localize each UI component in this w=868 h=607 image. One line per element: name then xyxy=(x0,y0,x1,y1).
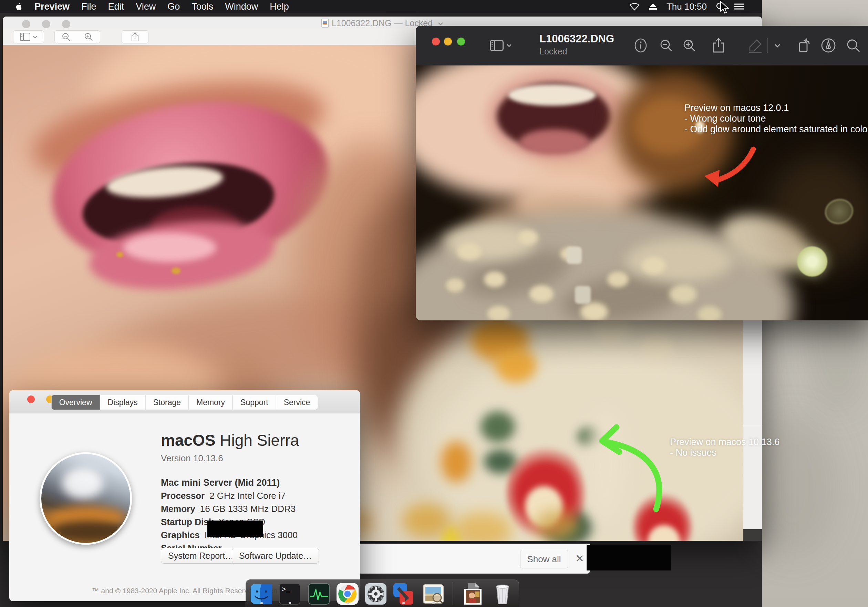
eject-icon[interactable] xyxy=(649,3,657,10)
sidebar-icon[interactable] xyxy=(13,30,44,43)
document-proxy-icon xyxy=(321,19,329,28)
dock-image-file-icon[interactable] xyxy=(462,582,484,605)
menu-go[interactable]: Go xyxy=(167,2,180,12)
menu-window[interactable]: Window xyxy=(225,2,258,12)
markup-pencil-icon[interactable] xyxy=(744,34,766,56)
zoom-out-icon[interactable] xyxy=(54,30,78,43)
window-title: L1006322.DNG xyxy=(539,33,614,45)
close-icon[interactable]: ✕ xyxy=(573,551,587,565)
chevron-down-icon[interactable] xyxy=(770,34,784,56)
high-sierra-wallpaper-thumbnail xyxy=(40,452,132,545)
about-this-mac-window[interactable]: Overview Displays Storage Memory Support… xyxy=(9,390,360,601)
apple-menu-icon[interactable] xyxy=(14,2,22,11)
rotate-icon[interactable] xyxy=(793,34,815,56)
search-icon[interactable] xyxy=(842,34,864,56)
os-version: Version 10.13.6 xyxy=(161,453,299,464)
share-icon[interactable] xyxy=(707,34,730,56)
dock-trash-icon[interactable] xyxy=(491,582,514,605)
about-tabs: Overview Displays Storage Memory Support… xyxy=(51,395,318,410)
menu-view[interactable]: View xyxy=(136,2,156,12)
running-indicator xyxy=(402,602,405,604)
annotation-macos-10-13: Preview on macos 10.13.6 - No issues xyxy=(670,437,780,458)
wifi-icon[interactable] xyxy=(629,2,640,11)
black-panel xyxy=(587,545,671,570)
running-indicator xyxy=(347,602,349,604)
zoom-in-icon[interactable] xyxy=(678,34,700,56)
annotation-macos-12: Preview on macos 12.0.1 - Wrong colour t… xyxy=(684,102,868,135)
menu-tools[interactable]: Tools xyxy=(192,2,213,12)
zoom-out-icon[interactable] xyxy=(655,34,677,56)
toolbar-separator xyxy=(767,38,768,53)
zoom-in-icon[interactable] xyxy=(77,30,100,43)
info-icon[interactable] xyxy=(630,34,652,56)
menu-bar: Preview File Edit View Go Tools Window H… xyxy=(0,0,762,13)
markup-pen-icon[interactable] xyxy=(817,34,839,56)
model-name: Mac mini Server (Mid 2011) xyxy=(161,478,299,488)
titlebar[interactable]: Overview Displays Storage Memory Support… xyxy=(9,390,360,413)
menu-edit[interactable]: Edit xyxy=(108,2,124,12)
tab-displays[interactable]: Displays xyxy=(100,395,146,410)
spec-row: Processor2 GHz Intel Core i7 xyxy=(161,491,299,501)
green-arrow xyxy=(579,420,668,517)
spec-row: Memory16 GB 1333 MHz DDR3 xyxy=(161,504,299,514)
share-icon[interactable] xyxy=(122,30,149,43)
system-report-button[interactable]: System Report… xyxy=(161,548,241,564)
menu-help[interactable]: Help xyxy=(270,2,289,12)
dock-separator xyxy=(453,582,453,605)
sidebar-icon[interactable] xyxy=(490,34,512,56)
show-all-button[interactable]: Show all xyxy=(520,550,568,568)
tab-memory[interactable]: Memory xyxy=(189,395,233,410)
close-button[interactable] xyxy=(432,37,440,45)
tab-storage[interactable]: Storage xyxy=(145,395,189,410)
dock: >_ xyxy=(246,579,519,607)
tab-service[interactable]: Service xyxy=(276,395,318,410)
red-arrow xyxy=(698,143,760,191)
os-name: macOS High Sierra xyxy=(161,431,299,450)
chevron-down-icon[interactable] xyxy=(438,22,443,25)
running-indicator xyxy=(289,602,291,604)
dock-system-preferences-icon[interactable] xyxy=(364,582,387,605)
running-indicator xyxy=(432,602,435,604)
serial-number-redaction xyxy=(207,520,263,537)
desktop: L1006322.DNG — Locked xyxy=(0,0,868,607)
menu-clock[interactable]: Thu 10:50 xyxy=(666,2,707,12)
menu-file[interactable]: File xyxy=(81,2,96,12)
running-indicator xyxy=(260,602,263,604)
software-update-button[interactable]: Software Update… xyxy=(232,548,319,564)
window-status: Locked xyxy=(539,47,567,56)
close-button[interactable] xyxy=(27,396,35,403)
preview-window-macos12[interactable]: L1006322.DNG Locked xyxy=(416,26,868,320)
dock-activity-monitor-icon[interactable] xyxy=(308,582,330,605)
tab-support[interactable]: Support xyxy=(233,395,276,410)
chrome-download-shelf: Show all ✕ xyxy=(360,543,590,574)
photo-child-macos12: Preview on macos 12.0.1 - Wrong colour t… xyxy=(416,65,868,320)
svg-text:>_: >_ xyxy=(282,586,290,593)
notification-list-icon[interactable] xyxy=(734,2,745,11)
zoom-button[interactable] xyxy=(457,37,465,45)
menu-app-name[interactable]: Preview xyxy=(34,2,70,12)
titlebar[interactable]: L1006322.DNG Locked xyxy=(416,26,868,65)
mouse-cursor xyxy=(719,1,731,14)
minimize-button[interactable] xyxy=(444,37,452,45)
tab-overview[interactable]: Overview xyxy=(52,395,100,410)
